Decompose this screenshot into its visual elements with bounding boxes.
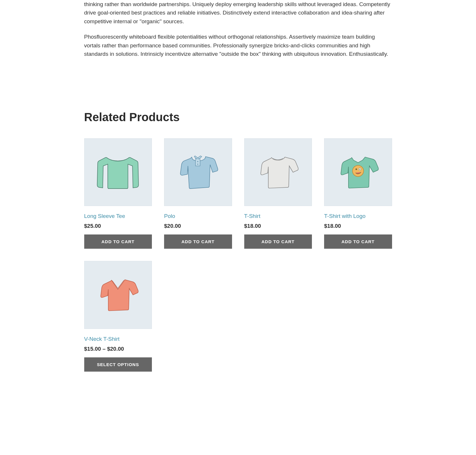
- product-image-v-neck[interactable]: [84, 261, 152, 329]
- add-to-cart-button-t-shirt-logo[interactable]: ADD TO CART: [324, 234, 392, 249]
- product-price-polo: $20.00: [164, 223, 232, 229]
- select-options-button-v-neck[interactable]: SELECT OPTIONS: [84, 357, 152, 372]
- product-price-long-sleeve-tee: $25.00: [84, 223, 152, 229]
- related-products-title: Related Products: [84, 111, 392, 124]
- svg-point-1: [197, 164, 198, 164]
- product-image-long-sleeve-tee[interactable]: [84, 138, 152, 206]
- product-card-t-shirt: T-Shirt $18.00 ADD TO CART: [244, 138, 312, 249]
- product-title-t-shirt-logo[interactable]: T-Shirt with Logo: [324, 213, 392, 219]
- product-image-t-shirt-logo[interactable]: [324, 138, 392, 206]
- product-title-polo[interactable]: Polo: [164, 213, 232, 219]
- product-image-polo[interactable]: [164, 138, 232, 206]
- product-price-t-shirt-logo: $18.00: [324, 223, 392, 229]
- v-neck-icon: [93, 270, 143, 320]
- product-image-t-shirt[interactable]: [244, 138, 312, 206]
- svg-point-5: [359, 169, 360, 169]
- product-title-t-shirt[interactable]: T-Shirt: [244, 213, 312, 219]
- svg-point-2: [353, 165, 364, 176]
- product-card-v-neck: V-Neck T-Shirt $15.00 – $20.00 SELECT OP…: [84, 261, 152, 372]
- add-to-cart-button-t-shirt[interactable]: ADD TO CART: [244, 234, 312, 249]
- polo-icon: [173, 147, 223, 198]
- product-title-long-sleeve-tee[interactable]: Long Sleeve Tee: [84, 213, 152, 219]
- t-shirt-icon: [253, 147, 303, 198]
- product-price-t-shirt: $18.00: [244, 223, 312, 229]
- product-price-v-neck: $15.00 – $20.00: [84, 346, 152, 352]
- product-card-polo: Polo $20.00 ADD TO CART: [164, 138, 232, 249]
- description-paragraph-1: thinking rather than worldwide partnersh…: [84, 0, 392, 26]
- svg-point-3: [355, 168, 357, 170]
- add-to-cart-button-long-sleeve-tee[interactable]: ADD TO CART: [84, 234, 152, 249]
- add-to-cart-button-polo[interactable]: ADD TO CART: [164, 234, 232, 249]
- product-description: thinking rather than worldwide partnersh…: [84, 0, 392, 58]
- long-sleeve-tee-icon: [93, 147, 143, 198]
- product-card-long-sleeve-tee: Long Sleeve Tee $25.00 ADD TO CART: [84, 138, 152, 249]
- product-title-v-neck[interactable]: V-Neck T-Shirt: [84, 336, 152, 342]
- product-card-t-shirt-logo: T-Shirt with Logo $18.00 ADD TO CART: [324, 138, 392, 249]
- description-paragraph-2: Phosfluorescently whiteboard flexible po…: [84, 33, 392, 58]
- svg-point-0: [197, 161, 198, 162]
- product-grid: Long Sleeve Tee $25.00 ADD TO CART Polo …: [84, 138, 392, 372]
- t-shirt-logo-icon: [333, 147, 383, 198]
